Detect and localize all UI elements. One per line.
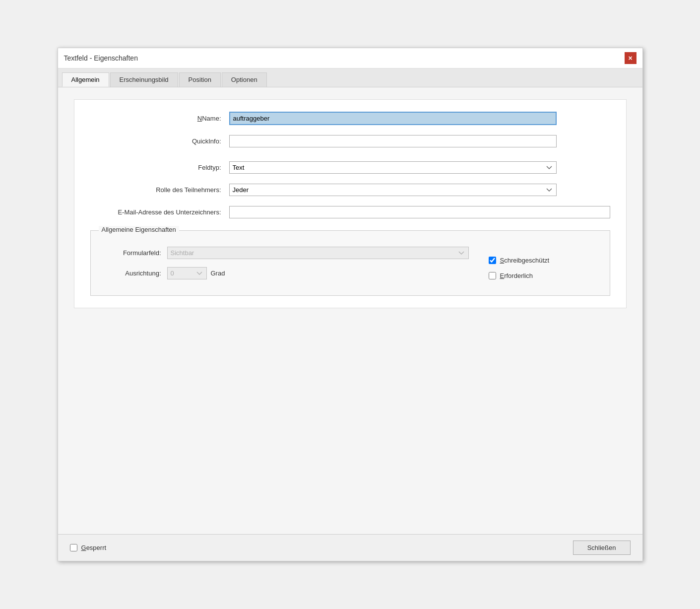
tab-optionen[interactable]: Optionen <box>222 72 267 87</box>
quickinfo-input[interactable] <box>229 135 557 147</box>
schreibgeschuetzt-checkbox[interactable] <box>489 257 496 264</box>
grad-label: Grad <box>211 270 225 277</box>
ae-right: Schreibgeschützt Erforderlich <box>489 247 598 287</box>
rolle-select[interactable]: Jeder Auftraggeber Unterzeichner <box>229 184 557 196</box>
feldtyp-row: Feldtyp: Text Zahl Datum Ja/Nein <box>90 161 610 174</box>
email-input[interactable] <box>229 206 610 218</box>
schreibgeschuetzt-label[interactable]: Schreibgeschützt <box>500 257 550 264</box>
ausrichtung-row: Ausrichtung: 0 90 180 270 Grad <box>103 267 469 279</box>
formularfeld-row: Formularfeld: Sichtbar Versteckt <box>103 247 469 259</box>
tab-position[interactable]: Position <box>179 72 221 87</box>
feldtyp-select[interactable]: Text Zahl Datum Ja/Nein <box>229 161 557 174</box>
formularfeld-label: Formularfeld: <box>103 249 167 257</box>
erforderlich-row: Erforderlich <box>489 272 598 279</box>
email-label: E-Mail-Adresse des Unterzeichners: <box>90 208 229 216</box>
feldtyp-label: Feldtyp: <box>90 164 229 171</box>
quickinfo-label: QuickInfo: <box>90 137 229 145</box>
email-row: E-Mail-Adresse des Unterzeichners: <box>90 206 610 218</box>
tab-allgemein[interactable]: Allgemein <box>62 72 109 87</box>
ausrichtung-select[interactable]: 0 90 180 270 <box>167 267 207 279</box>
ae-inner: Formularfeld: Sichtbar Versteckt <box>103 239 598 287</box>
close-title-button[interactable]: × <box>625 52 636 64</box>
erforderlich-label[interactable]: Erforderlich <box>500 272 533 279</box>
ae-left: Formularfeld: Sichtbar Versteckt <box>103 247 469 287</box>
form-section: NName: QuickInfo: Feldtyp: Text <box>74 99 627 308</box>
schliessen-button[interactable]: Schließen <box>573 541 631 555</box>
rolle-row: Rolle des Teilnehmers: Jeder Auftraggebe… <box>90 184 610 196</box>
allgemeine-eigenschaften-section: Allgemeine Eigenschaften Formularfeld: S… <box>90 230 610 296</box>
content-area: NName: QuickInfo: Feldtyp: Text <box>58 87 642 534</box>
name-input[interactable] <box>229 112 557 125</box>
footer-left: Gesperrt <box>70 544 107 551</box>
tab-erscheinungsbild[interactable]: Erscheinungsbild <box>110 72 178 87</box>
tab-bar: Allgemein Erscheinungsbild Position Opti… <box>58 68 642 87</box>
ausrichtung-label: Ausrichtung: <box>103 270 167 277</box>
dialog-title: Textfeld - Eigenschaften <box>64 54 138 62</box>
footer: Gesperrt Schließen <box>58 534 642 561</box>
rolle-label: Rolle des Teilnehmers: <box>90 186 229 194</box>
erforderlich-checkbox[interactable] <box>489 272 496 279</box>
quickinfo-row: QuickInfo: <box>90 135 610 147</box>
dialog: Textfeld - Eigenschaften × Allgemein Ers… <box>58 48 643 561</box>
gesperrt-checkbox[interactable] <box>70 544 77 551</box>
formularfeld-select[interactable]: Sichtbar Versteckt <box>167 247 469 259</box>
name-label: NName: <box>90 115 229 122</box>
gesperrt-label[interactable]: Gesperrt <box>81 544 107 551</box>
schreibgeschuetzt-row: Schreibgeschützt <box>489 257 598 264</box>
name-row: NName: <box>90 112 610 125</box>
section-title: Allgemeine Eigenschaften <box>99 226 179 233</box>
title-bar: Textfeld - Eigenschaften × <box>58 48 642 68</box>
